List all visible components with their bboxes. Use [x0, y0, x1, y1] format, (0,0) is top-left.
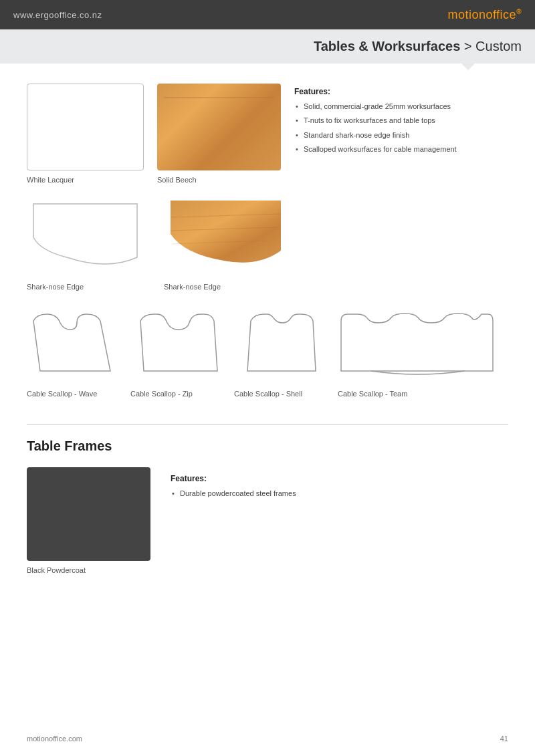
features-title: Features:	[294, 87, 508, 96]
features-panel: Features: Solid, commercial-grade 25mm w…	[294, 84, 508, 159]
brand-motion: motion	[447, 8, 486, 21]
shark-beech-shape	[164, 197, 288, 277]
product-white-lacquer: White Lacquer	[27, 84, 144, 184]
label-scallop-shell: Cable Scallop - Shell	[234, 390, 302, 398]
section-title: Tables & Worksurfaces	[314, 39, 460, 53]
cable-scallop-section: Cable Scallop - Wave Cable Scallop - Zip…	[27, 311, 508, 398]
label-scallop-zip: Cable Scallop - Zip	[130, 390, 193, 398]
feature-item: Scalloped worksurfaces for cable managem…	[294, 144, 508, 154]
swatch-solid-beech	[157, 84, 281, 170]
footer-brand: motionoffice.com	[27, 735, 82, 743]
main-content: White Lacquer Solid Beech Features: Soli…	[0, 64, 535, 594]
table-frames-section: Table Frames Black Powdercoat Features: …	[27, 438, 508, 574]
label-shark-beech: Shark-nose Edge	[164, 283, 221, 291]
table-frames-title: Table Frames	[27, 438, 508, 454]
product-shark-white: Shark-nose Edge	[27, 197, 144, 291]
feature-item: T-nuts to fix worksurfaces and table top…	[294, 116, 508, 126]
label-scallop-wave: Cable Scallop - Wave	[27, 390, 97, 398]
scallop-shell: Cable Scallop - Shell	[234, 311, 331, 398]
worksurfaces-section: White Lacquer Solid Beech Features: Soli…	[27, 84, 508, 184]
header: www.ergooffice.co.nz motionoffice®	[0, 0, 535, 29]
frames-feature-item: Durable powdercoated steel frames	[171, 489, 296, 499]
footer-page: 41	[500, 735, 508, 743]
product-solid-beech: Solid Beech	[157, 84, 281, 184]
feature-item: Solid, commercial-grade 25mm worksurface…	[294, 102, 508, 112]
swatch-black-powdercoat	[27, 467, 150, 561]
feature-item: Standard shark-nose edge finish	[294, 130, 508, 140]
brand-trademark: ®	[516, 8, 522, 15]
label-shark-white: Shark-nose Edge	[27, 283, 84, 291]
swatch-white-lacquer	[27, 84, 144, 170]
frames-features-panel: Features: Durable powdercoated steel fra…	[171, 467, 296, 503]
shark-white-shape	[27, 197, 144, 277]
frames-content: Black Powdercoat Features: Durable powde…	[27, 467, 508, 574]
frames-features-title: Features:	[171, 474, 296, 483]
scallop-team: Cable Scallop - Team	[338, 311, 498, 398]
shark-nose-section: Shark-nose Edge	[27, 197, 508, 291]
product-black-powdercoat: Black Powdercoat	[27, 467, 150, 574]
label-scallop-team: Cable Scallop - Team	[338, 390, 407, 398]
frames-features-list: Durable powdercoated steel frames	[171, 489, 296, 499]
footer: motionoffice.com 41	[27, 735, 508, 743]
features-list: Solid, commercial-grade 25mm worksurface…	[294, 102, 508, 155]
title-bar: Tables & Worksurfaces > Custom	[0, 29, 535, 64]
label-solid-beech: Solid Beech	[157, 176, 197, 184]
brand-office: office	[486, 8, 516, 21]
brand-logo: motionoffice®	[447, 8, 522, 22]
page-title: Tables & Worksurfaces > Custom	[13, 39, 522, 54]
scallop-zip: Cable Scallop - Zip	[130, 311, 227, 398]
subsection-title: Custom	[475, 39, 522, 53]
section-divider	[27, 424, 508, 425]
header-url: www.ergooffice.co.nz	[13, 10, 102, 20]
label-white-lacquer: White Lacquer	[27, 176, 74, 184]
product-shark-beech: Shark-nose Edge	[164, 197, 288, 291]
label-black-powdercoat: Black Powdercoat	[27, 566, 86, 574]
scallop-wave: Cable Scallop - Wave	[27, 311, 124, 398]
